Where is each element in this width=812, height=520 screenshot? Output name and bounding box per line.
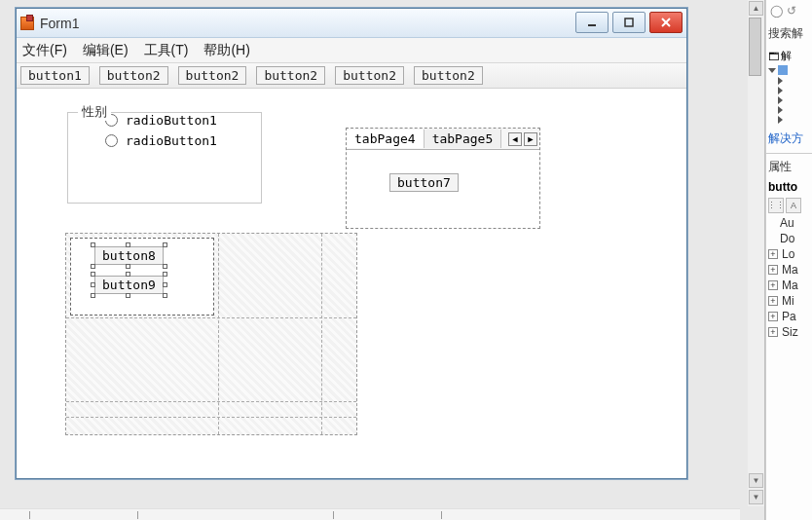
radio-button-2[interactable]: radioButton1	[105, 133, 261, 148]
toolstrip-button-4[interactable]: button2	[256, 66, 325, 85]
right-side-panel: ◯ ↺ 搜索解 🗔解 解决方 属性 butto ⋮⋮ A Au Do +Lo +…	[765, 0, 812, 520]
tree-expander-icon[interactable]	[778, 116, 783, 124]
scroll-down-icon[interactable]: ▼	[749, 490, 763, 504]
bottom-ruler	[0, 508, 740, 520]
properties-panel-title: 属性	[766, 156, 812, 178]
tree-toolbar-icon[interactable]: 🗔	[768, 51, 779, 62]
button-9[interactable]: button9	[94, 276, 164, 294]
form-icon	[20, 17, 34, 30]
tab-control[interactable]: tabPage4 tabPage5 ◄ ► button7	[346, 128, 540, 229]
menu-file[interactable]: 文件(F)	[22, 42, 67, 59]
menu-edit[interactable]: 编辑(E)	[83, 42, 129, 59]
solution-explorer-tree[interactable]: 🗔解	[766, 46, 812, 127]
menu-tools[interactable]: 工具(T)	[144, 42, 189, 59]
scroll-thumb[interactable]	[749, 18, 761, 76]
prop-expand-icon[interactable]: +	[768, 249, 778, 259]
menu-help[interactable]: 帮助(H)	[203, 42, 249, 59]
tree-expander-icon[interactable]	[778, 77, 783, 85]
prop-pa[interactable]: Pa	[782, 310, 796, 323]
prop-expand-icon[interactable]: +	[768, 265, 778, 275]
close-button[interactable]	[649, 12, 683, 33]
groupbox-gender[interactable]: 性别 radioButton1 radioButton1	[67, 112, 262, 204]
tab-page-content[interactable]: button7	[347, 150, 539, 228]
table-layout-panel[interactable]: button8 button9	[65, 233, 357, 435]
radio-icon	[105, 134, 118, 147]
minimize-button[interactable]	[575, 12, 609, 33]
designer-canvas: Form1 文件(F) 编辑(E) 工具(T) 帮助(H) button1 bu…	[0, 0, 765, 520]
prop-alpha-icon[interactable]: A	[786, 198, 801, 213]
titlebar[interactable]: Form1	[17, 9, 686, 38]
prop-lo[interactable]: Lo	[782, 247, 794, 261]
toolstrip-button-6[interactable]: button2	[414, 66, 483, 85]
button-7[interactable]: button7	[389, 173, 459, 192]
designer-vertical-scrollbar[interactable]: ▲ ▼ ▼	[748, 0, 764, 506]
nav-back-icon[interactable]: ◯	[770, 4, 783, 18]
svg-rect-1	[625, 19, 633, 26]
window-title: Form1	[40, 16, 79, 31]
prop-expand-icon[interactable]: +	[768, 296, 778, 306]
tree-expander-icon[interactable]	[778, 96, 783, 104]
prop-categorized-icon[interactable]: ⋮⋮	[768, 198, 784, 213]
toolstrip-button-2[interactable]: button2	[99, 66, 168, 85]
maximize-button[interactable]	[612, 12, 646, 33]
radio-label-2: radioButton1	[126, 133, 217, 148]
search-solution-label[interactable]: 搜索解	[766, 21, 812, 46]
solution-explorer-link[interactable]: 解决方	[766, 127, 812, 151]
prop-siz[interactable]: Siz	[782, 325, 798, 339]
prop-do[interactable]: Do	[780, 232, 794, 245]
radio-button-1[interactable]: radioButton1	[105, 113, 261, 128]
prop-expand-icon[interactable]: +	[768, 327, 778, 337]
toolstrip: button1 button2 button2 button2 button2 …	[17, 63, 686, 89]
toolstrip-button-5[interactable]: button2	[335, 66, 404, 85]
tab-scroll-left[interactable]: ◄	[508, 132, 522, 146]
prop-au[interactable]: Au	[780, 216, 794, 230]
prop-expand-icon[interactable]: +	[768, 280, 778, 290]
prop-expand-icon[interactable]: +	[768, 312, 778, 321]
tree-expander-icon[interactable]	[768, 68, 776, 73]
form-client-area[interactable]: 性别 radioButton1 radioButton1 tabPage4 ta…	[17, 89, 686, 478]
tree-root[interactable]: 解	[781, 49, 792, 63]
tab-page-4[interactable]: tabPage4	[347, 130, 424, 148]
tab-page-5[interactable]: tabPage5	[424, 130, 502, 148]
button-8[interactable]: button8	[94, 246, 164, 265]
prop-mi[interactable]: Mi	[782, 294, 794, 308]
tlp-cell-0-0[interactable]: button8 button9	[70, 238, 214, 316]
toolstrip-button-3[interactable]: button2	[178, 66, 247, 85]
scroll-up-icon[interactable]: ▲	[749, 1, 763, 16]
properties-selected-object: butto	[766, 178, 812, 196]
radio-label-1: radioButton1	[126, 113, 217, 128]
scroll-down-icon[interactable]: ▼	[749, 473, 763, 488]
prop-ma1[interactable]: Ma	[782, 263, 798, 277]
tree-expander-icon[interactable]	[778, 106, 783, 114]
tree-expander-icon[interactable]	[778, 87, 783, 94]
project-icon	[778, 65, 788, 75]
prop-ma2[interactable]: Ma	[782, 279, 798, 292]
groupbox-title: 性别	[78, 103, 111, 121]
nav-forward-icon[interactable]: ↺	[787, 4, 796, 18]
toolstrip-button-1[interactable]: button1	[20, 66, 90, 85]
menubar: 文件(F) 编辑(E) 工具(T) 帮助(H)	[17, 38, 686, 63]
form-window: Form1 文件(F) 编辑(E) 工具(T) 帮助(H) button1 bu…	[16, 8, 687, 479]
tab-scroll-right[interactable]: ►	[524, 132, 537, 146]
